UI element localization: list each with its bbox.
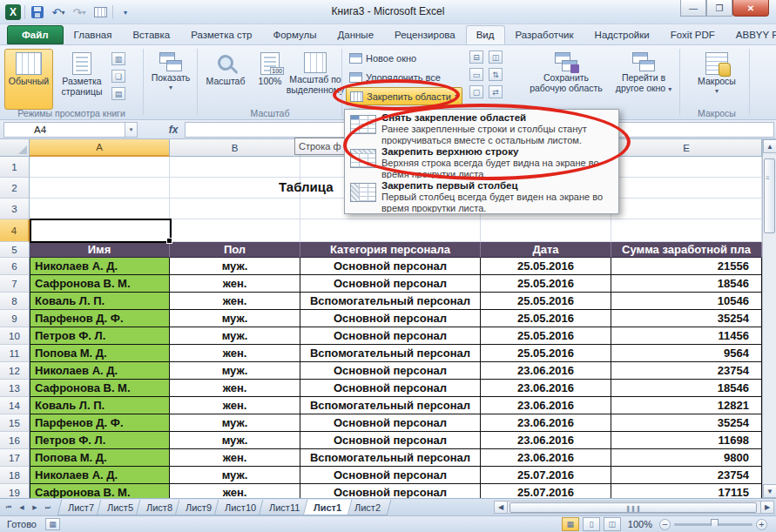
row-header[interactable]: 11 [0,345,30,362]
row-header[interactable]: 6 [0,258,30,275]
arrange-all-button[interactable]: Упорядочить все [346,68,444,86]
cell-category[interactable]: Основной персонал [300,310,481,327]
cell-name[interactable]: Коваль Л. П. [30,397,170,414]
restore-button[interactable]: ❐ [706,0,732,17]
zoom-to-selection-button[interactable]: Масштаб по выделенному [291,49,340,110]
insert-function-button[interactable]: fx [162,122,185,138]
scroll-down-icon[interactable]: ▼ [763,484,776,498]
custom-views-icon[interactable]: ❏ [111,70,125,83]
cell-name[interactable]: Попова М. Д. [30,345,170,362]
cell-salary[interactable]: 11456 [611,327,762,345]
ribbon-tab[interactable]: Вид [466,25,505,44]
cell-gender[interactable]: муж. [170,310,300,327]
horizontal-scroll-thumb[interactable]: ❚❚❚ [509,502,757,513]
cell-salary[interactable]: 35254 [611,414,762,432]
ribbon-tab[interactable]: Главная [64,25,123,44]
cell-date[interactable]: 23.06.2016 [481,414,611,432]
prev-sheet-icon[interactable]: ◀ [16,502,28,514]
cell-gender[interactable]: жен. [170,275,300,293]
cell-name[interactable]: Петров Ф. Л. [30,432,170,449]
row-header[interactable]: 3 [0,199,30,219]
row-header[interactable]: 1 [0,157,30,178]
page-break-preview-icon[interactable]: ▥ [111,52,125,65]
menu-item[interactable]: Закрепить верхнюю строку Верхняя строка … [345,145,618,178]
cell-gender[interactable]: муж. [170,467,300,484]
horizontal-scroll-track[interactable]: ❚❚❚ [508,501,760,514]
menu-item[interactable]: Снять закрепление областей Ранее закрепл… [345,111,618,145]
cell-date[interactable]: 25.05.2016 [481,258,611,275]
cell-date[interactable]: 25.05.2016 [481,327,611,345]
last-sheet-icon[interactable]: ⏭ [42,502,54,514]
hide-window-icon[interactable]: ▭ [469,68,483,81]
column-header-b[interactable]: B [170,139,300,157]
ribbon-tab[interactable]: Надстройки [584,25,660,44]
selected-cell-a4[interactable] [30,219,172,243]
horizontal-scrollbar[interactable]: ◀ ❚❚❚ ▶ [494,501,774,515]
ribbon-tab[interactable]: Разработчик [505,25,584,44]
ribbon-tab[interactable]: Вставка [122,25,180,44]
cell-salary[interactable]: 23754 [611,362,762,380]
zoom-100-button[interactable]: 100 100% [251,49,289,110]
cell-gender[interactable]: муж. [170,362,300,380]
ribbon-tab[interactable]: Рецензирова [384,25,466,44]
cell-salary[interactable]: 18546 [611,380,762,397]
cell-salary[interactable]: 10546 [611,293,762,310]
cell-salary[interactable]: 35254 [611,310,762,327]
cell-name[interactable]: Сафронова В. М. [30,380,170,397]
table-header-name[interactable]: Имя [30,242,170,258]
cell-salary[interactable]: 18546 [611,275,762,293]
cell-gender[interactable]: жен. [170,380,300,397]
cell-name[interactable]: Сафронова В. М. [30,484,170,498]
reset-window-position-icon[interactable]: ⇄ [489,85,503,98]
row-header[interactable]: 18 [0,467,30,484]
cell-name[interactable]: Парфенов Д. Ф. [30,310,170,327]
save-workspace-button[interactable]: Сохранить рабочую область [523,49,610,110]
zoom-out-icon[interactable]: − [659,519,671,530]
cell-category[interactable]: Основной персонал [300,414,481,432]
cell-category[interactable]: Основной персонал [300,467,481,484]
cell-category[interactable]: Вспомогательный персонал [300,397,481,414]
cell-name[interactable]: Коваль Л. П. [30,293,170,310]
table-header-gender[interactable]: Пол [170,242,300,258]
ribbon-tab[interactable]: Foxit PDF [660,25,725,44]
cell-gender[interactable]: муж. [170,432,300,449]
row-header[interactable]: 13 [0,380,30,397]
cell-date[interactable]: 25.07.2016 [481,467,611,484]
zoom-button[interactable]: Масштаб [202,49,249,110]
row-header[interactable]: 8 [0,293,30,310]
cell-date[interactable]: 23.06.2016 [481,397,611,414]
cell-name[interactable]: Николаев А. Д. [30,258,170,275]
cell-gender[interactable]: жен. [170,345,300,362]
cell-category[interactable]: Вспомогательный персонал [300,449,481,467]
row-header[interactable]: 10 [0,327,30,345]
new-window-button[interactable]: Новое окно [346,49,420,67]
cell-salary[interactable]: 23754 [611,467,762,484]
cell-category[interactable]: Вспомогательный персонал [300,345,481,362]
cell-gender[interactable]: муж. [170,414,300,432]
row-header[interactable]: 16 [0,432,30,449]
cell-name[interactable]: Петров Ф. Л. [30,327,170,345]
first-sheet-icon[interactable]: ⏮ [3,502,15,514]
macro-record-icon[interactable]: ▦ [45,518,60,530]
scroll-left-icon[interactable]: ◀ [494,501,508,514]
page-layout-toggle-icon[interactable]: ▯ [583,517,600,531]
view-side-by-side-icon[interactable]: ◫ [489,51,503,64]
full-screen-icon[interactable]: ▤ [111,87,125,100]
select-all-corner[interactable] [0,139,30,157]
switch-windows-button[interactable]: Перейти в другое окно ▾ [611,49,676,110]
column-header-e[interactable]: E [611,139,762,157]
cell-category[interactable]: Основной персонал [300,327,481,345]
cell-date[interactable]: 23.06.2016 [481,432,611,449]
scroll-up-icon[interactable]: ▲ [763,139,776,153]
close-button[interactable]: ✕ [732,0,769,17]
sheet-tab[interactable]: Лист1 [302,500,352,515]
cell-category[interactable]: Основной персонал [300,362,481,380]
minimize-button[interactable]: — [680,0,706,17]
zoom-level[interactable]: 100% [628,519,652,529]
normal-view-button[interactable]: Обычный [4,49,53,110]
cell-salary[interactable]: 9564 [611,345,762,362]
ribbon-tab[interactable]: Данные [327,25,384,44]
next-sheet-icon[interactable]: ▶ [29,502,41,514]
cell-gender[interactable]: жен. [170,293,300,310]
menu-item[interactable]: Закрепить первый столбец Первый столбец … [345,178,618,212]
